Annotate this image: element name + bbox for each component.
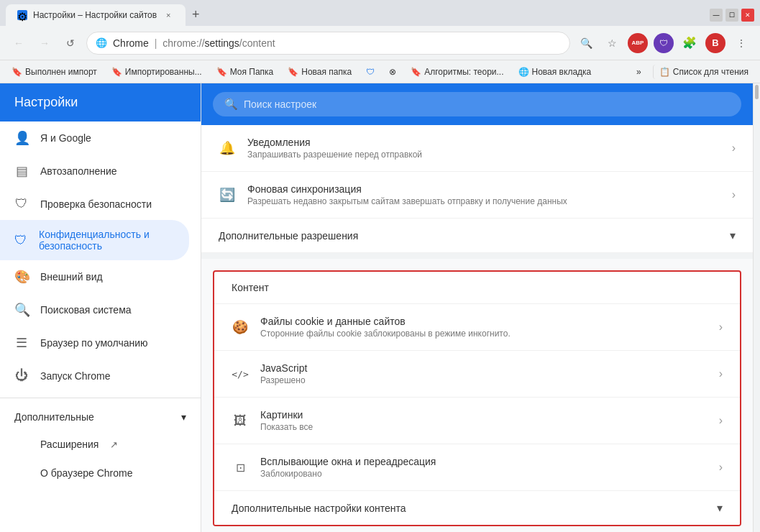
notifications-arrow: › (732, 142, 736, 155)
popups-arrow: › (719, 461, 723, 474)
cookies-title: Файлы cookie и данные сайтов (260, 316, 708, 327)
cookies-arrow: › (719, 321, 723, 334)
reading-list-button[interactable]: 📋 Список для чтения (653, 65, 754, 79)
search-input[interactable] (244, 98, 730, 110)
appearance-icon: 🎨 (14, 269, 29, 285)
shield-button[interactable]: 🛡 (654, 33, 674, 53)
scrollbar[interactable] (753, 83, 760, 532)
cookies-item[interactable]: 🍪 Файлы cookie и данные сайтов Сторонние… (214, 304, 740, 351)
javascript-desc: Разрешено (260, 375, 708, 385)
profile-button[interactable]: В (705, 33, 725, 53)
bookmark-imported-label: Импортированны... (125, 67, 202, 77)
main-area: Настройки 👤 Я и Google ▤ Автозаполнение … (0, 83, 760, 532)
tab-title: Настройки – Настройки сайтов (33, 10, 157, 20)
bookmark-mypapka-icon: 🔖 (216, 67, 227, 77)
sidebar-item-ya-google[interactable]: 👤 Я и Google (0, 121, 189, 155)
popups-item[interactable]: ⊡ Всплывающие окна и переадресация Забло… (214, 444, 740, 491)
url-settings: settings (205, 37, 239, 49)
notifications-icon: 🔔 (219, 139, 236, 157)
bookmarks-more-button[interactable]: » (631, 65, 647, 79)
active-tab[interactable]: ⚙ Настройки – Настройки сайтов × (6, 4, 186, 26)
bookmark-newpapka-label: Новая папка (301, 67, 352, 77)
reading-list-icon: 📋 (659, 67, 670, 77)
images-item[interactable]: 🖼 Картинки Показать все › (214, 398, 740, 444)
javascript-text: JavaScript Разрешено (260, 362, 708, 385)
bookmark-vypolnen[interactable]: 🔖 Выполнен импорт (6, 65, 103, 79)
back-button[interactable]: ← (9, 33, 29, 53)
images-text: Картинки Показать все (260, 409, 708, 432)
menu-button[interactable]: ⋮ (731, 33, 751, 53)
extra-permissions-title: Дополнительные разрешения (219, 230, 358, 242)
sidebar-item-autofill[interactable]: ▤ Автозаполнение (0, 155, 189, 188)
additional-content-title: Дополнительные настройки контента (232, 503, 406, 514)
person-icon: 👤 (14, 130, 29, 146)
sidebar-advanced-section[interactable]: Дополнительные ▾ (0, 404, 201, 430)
bookmark-imported[interactable]: 🔖 Импортированны... (106, 65, 208, 79)
external-link-icon: ↗ (110, 439, 118, 450)
search-button[interactable]: 🔍 (576, 33, 596, 53)
images-title: Картинки (260, 409, 708, 421)
bookmark-algo-label: Алгоритмы: теори... (424, 67, 503, 77)
bookmark-star-button[interactable]: ☆ (602, 33, 622, 53)
content-panel: 🔍 🔔 Уведомления Запрашивать разрешение п… (201, 83, 753, 532)
background-sync-item[interactable]: 🔄 Фоновая синхронизация Разрешать недавн… (201, 172, 753, 219)
sidebar-label-default-browser: Браузер по умолчанию (40, 337, 148, 349)
maximize-button[interactable]: ☐ (725, 9, 738, 22)
sidebar-item-security-check[interactable]: 🛡 Проверка безопасности (0, 188, 189, 220)
background-sync-desc: Разрешать недавно закрытым сайтам заверш… (247, 196, 720, 206)
tab-close-button[interactable]: × (162, 9, 174, 21)
search-input-wrap[interactable]: 🔍 (213, 92, 741, 116)
minimize-button[interactable]: — (710, 9, 723, 22)
javascript-icon: </> (232, 365, 249, 382)
javascript-title: JavaScript (260, 362, 708, 374)
sidebar-item-startup[interactable]: ⏻ Запуск Chrome (0, 359, 189, 392)
address-bar: ← → ↺ 🌐 Chrome | chrome://settings/conte… (0, 26, 760, 60)
bookmark-algo[interactable]: 🔖 Алгоритмы: теори... (405, 65, 509, 79)
url-text: Chrome | chrome://settings/content (113, 37, 275, 49)
sidebar-item-extensions[interactable]: Расширения ↗ (0, 430, 201, 459)
startup-icon: ⏻ (14, 368, 29, 383)
sidebar-item-default-browser[interactable]: ☰ Браузер по умолчанию (0, 326, 189, 359)
abp-button[interactable]: ABP (628, 33, 648, 53)
notifications-title: Уведомления (247, 137, 720, 148)
bookmark-circle[interactable]: ⊗ (383, 65, 402, 79)
bookmark-newtab-icon: 🌐 (518, 67, 529, 77)
browser-icon: ☰ (14, 335, 29, 351)
sidebar-about-label: О браузере Chrome (40, 467, 133, 479)
bookmarks-bar: 🔖 Выполнен импорт 🔖 Импортированны... 🔖 … (0, 60, 760, 83)
background-sync-arrow: › (732, 188, 736, 201)
extra-permissions-chevron: ▾ (730, 229, 736, 242)
additional-content-chevron: ▾ (717, 501, 723, 515)
notifications-item[interactable]: 🔔 Уведомления Запрашивать разрешение пер… (201, 125, 753, 172)
bookmark-vypolnen-label: Выполнен импорт (25, 67, 97, 77)
javascript-item[interactable]: </> JavaScript Разрешено › (214, 351, 740, 398)
browser-frame: ⚙ Настройки – Настройки сайтов × + — ☐ ✕… (0, 0, 760, 532)
bookmark-newtab[interactable]: 🌐 Новая вкладка (513, 65, 598, 79)
forward-button[interactable]: → (35, 33, 55, 53)
background-sync-title: Фоновая синхронизация (247, 183, 720, 195)
bookmark-shield[interactable]: 🛡 (360, 65, 380, 79)
bookmark-newtab-label: Новая вкладка (532, 67, 592, 77)
sidebar-label-privacy: Конфиденциальность и безопасность (39, 229, 175, 252)
bookmark-newpapka[interactable]: 🔖 Новая папка (282, 65, 357, 79)
sidebar-item-search[interactable]: 🔍 Поисковая система (0, 293, 189, 326)
sidebar: Настройки 👤 Я и Google ▤ Автозаполнение … (0, 83, 201, 532)
url-path: /content (239, 37, 275, 49)
additional-content-header[interactable]: Дополнительные настройки контента ▾ (214, 491, 740, 525)
extensions-button[interactable]: 🧩 (679, 33, 700, 53)
sidebar-item-privacy[interactable]: 🛡 Конфиденциальность и безопасность (0, 220, 189, 260)
sidebar-item-about[interactable]: О браузере Chrome (0, 459, 189, 487)
close-button[interactable]: ✕ (741, 9, 754, 22)
sidebar-item-appearance[interactable]: 🎨 Внешний вид (0, 260, 189, 293)
sidebar-label-appearance: Внешний вид (40, 271, 103, 283)
bookmark-algo-icon: 🔖 (411, 67, 421, 77)
extra-permissions-header[interactable]: Дополнительные разрешения ▾ (201, 219, 753, 253)
background-sync-icon: 🔄 (219, 186, 236, 203)
bookmark-mypapka[interactable]: 🔖 Моя Папка (211, 65, 280, 79)
sidebar-label-security-check: Проверка безопасности (40, 198, 152, 210)
url-bar[interactable]: 🌐 Chrome | chrome://settings/content (86, 32, 570, 55)
url-separator: | (155, 37, 157, 49)
window-controls: — ☐ ✕ (710, 9, 754, 22)
refresh-button[interactable]: ↺ (60, 33, 81, 53)
new-tab-button[interactable]: + (186, 4, 206, 24)
